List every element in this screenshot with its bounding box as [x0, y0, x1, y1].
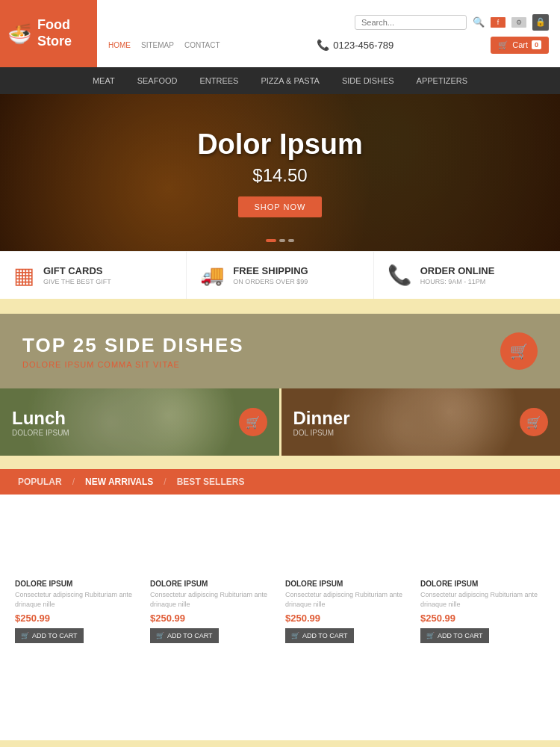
cart-button[interactable]: 🛒 Cart 0	[491, 37, 549, 54]
cart-icon: 🛒	[498, 40, 508, 50]
hero-banner: Dolor Ipsum $14.50 SHOP NOW	[0, 94, 560, 251]
feature-gift-text: GIFT CARDS GIVE THE BEST GIFT	[43, 265, 111, 285]
add-label-3: ADD TO CART	[302, 632, 348, 639]
product-price-1: $250.99	[15, 613, 140, 624]
add-label-4: ADD TO CART	[438, 632, 483, 639]
side-dishes-banner: TOP 25 SIDE DISHES DOLORE IPSUM COMMA SI…	[0, 314, 560, 388]
dot-active[interactable]	[266, 239, 276, 242]
cart-icon-2: 🛒	[156, 632, 164, 639]
hero-content: Dolor Ipsum $14.50 SHOP NOW	[197, 128, 363, 217]
product-desc-2: Consectetur adipiscing Rubituriam ante d…	[150, 590, 275, 609]
add-to-cart-4[interactable]: 🛒 ADD TO CART	[420, 628, 489, 643]
nav-links: HOME SITEMAP CONTACT	[108, 41, 220, 49]
logo-text: Food Store	[37, 17, 90, 49]
product-name-1: DOLORE IPSUM	[15, 580, 140, 588]
hero-title: Dolor Ipsum	[197, 128, 363, 161]
product-price-2: $250.99	[150, 613, 275, 624]
product-card-8	[420, 658, 545, 725]
nav-side-dishes[interactable]: SIDE DISHES	[342, 76, 394, 85]
product-desc-3: Consectetur adipiscing Rubituriam ante d…	[285, 590, 410, 609]
dinner-cart-button[interactable]: 🛒	[520, 408, 548, 436]
logo[interactable]: 🍜 Food Store	[0, 0, 97, 67]
nav-pizza-pasta[interactable]: PIZZA & PASTA	[261, 76, 319, 85]
header-main: 🔍 f ⚙ 🔒 HOME SITEMAP CONTACT 📞 0123-456-…	[97, 0, 560, 67]
nav-home[interactable]: HOME	[108, 41, 131, 49]
side-dishes-subtitle: DOLORE IPSUM COMMA SIT VITAE	[22, 360, 244, 369]
product-card-4: DOLORE IPSUM Consectetur adipiscing Rubi…	[420, 506, 545, 643]
product-img-8	[420, 658, 545, 725]
lunch-cart-button[interactable]: 🛒	[239, 408, 267, 436]
products-grid-row1: DOLORE IPSUM Consectetur adipiscing Rubi…	[15, 506, 545, 643]
features-bar: ▦ GIFT CARDS GIVE THE BEST GIFT 🚚 FREE S…	[0, 251, 560, 299]
nav-contact[interactable]: CONTACT	[184, 41, 220, 49]
feature-order: 📞 ORDER ONLINE HOURS: 9AM - 11PM	[374, 252, 560, 299]
product-image-7-bg	[285, 658, 410, 725]
product-name-4: DOLORE IPSUM	[420, 580, 545, 588]
settings-icon[interactable]: ⚙	[511, 17, 526, 28]
phone-display: 📞 0123-456-789	[317, 39, 393, 51]
navbar: MEAT SEAFOOD ENTREES PIZZA & PASTA SIDE …	[0, 67, 560, 94]
nav-seafood[interactable]: SEAFOOD	[137, 76, 178, 85]
header: 🍜 Food Store 🔍 f ⚙ 🔒 HOME SITEMAP CONTAC…	[0, 0, 560, 67]
feature-gift-subtitle: GIVE THE BEST GIFT	[43, 278, 111, 285]
flag-icon[interactable]: f	[491, 17, 505, 28]
products-section: POPULAR / NEW ARRIVALS / BEST SELLERS DO…	[0, 469, 560, 740]
hero-dots	[266, 239, 294, 242]
tab-best-sellers[interactable]: BEST SELLERS	[167, 469, 255, 495]
product-img-7	[285, 658, 410, 725]
product-card-7	[285, 658, 410, 725]
add-to-cart-3[interactable]: 🛒 ADD TO CART	[285, 628, 354, 643]
tab-popular[interactable]: POPULAR	[7, 469, 72, 495]
product-image-5-bg	[15, 658, 140, 725]
add-to-cart-2[interactable]: 🛒 ADD TO CART	[150, 628, 219, 643]
lock-icon[interactable]: 🔒	[532, 14, 549, 31]
add-to-cart-1[interactable]: 🛒 ADD TO CART	[15, 628, 84, 643]
meal-cards-row: Lunch DOLORE IPSUM 🛒 Dinner DOL IPSUM 🛒	[0, 388, 560, 456]
product-price-4: $250.99	[420, 613, 545, 624]
product-img-6	[150, 658, 275, 725]
header-bottom-row: HOME SITEMAP CONTACT 📞 0123-456-789 🛒 Ca…	[108, 37, 549, 54]
product-card-5	[15, 658, 140, 725]
cart-icon-4: 🛒	[426, 632, 435, 639]
search-icon[interactable]: 🔍	[473, 16, 485, 28]
feature-gift-cards: ▦ GIFT CARDS GIVE THE BEST GIFT	[0, 252, 187, 299]
dot-2[interactable]	[279, 239, 285, 242]
product-img-1	[15, 506, 140, 574]
product-img-4	[420, 506, 545, 574]
header-top-row: 🔍 f ⚙ 🔒	[108, 14, 549, 31]
side-dishes-text-block: TOP 25 SIDE DISHES DOLORE IPSUM COMMA SI…	[22, 334, 244, 369]
dot-3[interactable]	[288, 239, 294, 242]
cart-label: Cart	[512, 40, 528, 49]
tab-new-arrivals[interactable]: NEW ARRIVALS	[75, 469, 164, 495]
gift-card-icon: ▦	[13, 262, 34, 288]
nav-sitemap[interactable]: SITEMAP	[141, 41, 174, 49]
product-card-1: DOLORE IPSUM Consectetur adipiscing Rubi…	[15, 506, 140, 643]
nav-appetizers[interactable]: APPETIZERS	[417, 76, 467, 85]
lunch-card[interactable]: Lunch DOLORE IPSUM 🛒	[0, 388, 279, 456]
lunch-title: Lunch	[12, 408, 69, 429]
phone-number: 0123-456-789	[333, 40, 393, 51]
feature-order-text: ORDER ONLINE HOURS: 9AM - 11PM	[420, 265, 495, 285]
dinner-card[interactable]: Dinner DOL IPSUM 🛒	[281, 388, 561, 456]
product-img-5	[15, 658, 140, 725]
product-image-6-bg	[150, 658, 275, 725]
dinner-content: Dinner DOL IPSUM 🛒	[281, 388, 561, 456]
product-img-2	[150, 506, 275, 574]
cart-icon-3: 🛒	[291, 632, 299, 639]
nav-meat[interactable]: MEAT	[93, 76, 115, 85]
nav-entrees[interactable]: ENTREES	[199, 76, 238, 85]
add-label-2: ADD TO CART	[167, 632, 213, 639]
side-dishes-cart-button[interactable]: 🛒	[500, 332, 538, 370]
search-input[interactable]	[355, 15, 467, 30]
dinner-title: Dinner	[293, 408, 350, 429]
lunch-content: Lunch DOLORE IPSUM 🛒	[0, 388, 279, 456]
order-icon: 📞	[388, 264, 411, 287]
phone-icon: 📞	[317, 39, 329, 51]
product-card-3: DOLORE IPSUM Consectetur adipiscing Rubi…	[285, 506, 410, 643]
product-image-1-bg	[15, 506, 140, 574]
feature-order-subtitle: HOURS: 9AM - 11PM	[420, 278, 495, 285]
shop-now-button[interactable]: SHOP NOW	[238, 196, 323, 217]
product-price-3: $250.99	[285, 613, 410, 624]
feature-shipping-text: FREE SHIPPING ON ORDERS OVER $99	[233, 265, 308, 285]
products-grid-row2	[15, 658, 545, 725]
